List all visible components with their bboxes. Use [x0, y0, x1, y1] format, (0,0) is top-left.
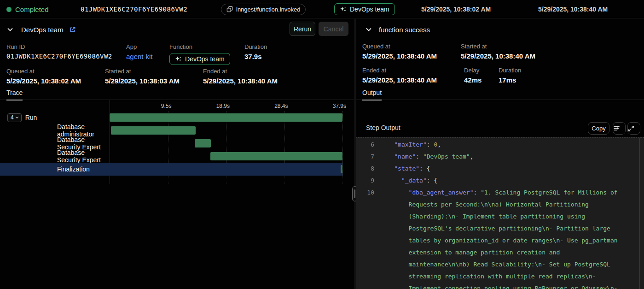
field-duration: Duration 37.9s [244, 43, 267, 60]
field-app: App agent-kit [126, 43, 153, 60]
span-bar[interactable] [341, 165, 342, 173]
expand-output-button[interactable] [627, 122, 640, 135]
axis-tick-label: 28.4s [261, 103, 288, 109]
axis-gridline [342, 111, 343, 184]
trace-row-chart [110, 111, 342, 124]
code-content: "maxIter": 0, [374, 139, 644, 151]
run-details-panel: DevOps team Rerun Cancel Run ID 01JWDK1X… [0, 19, 354, 289]
trace-row-chart [110, 137, 342, 150]
tab-output[interactable]: Output [362, 89, 382, 100]
code-content: "state": { [374, 163, 644, 175]
step-field-duration: Duration 17ms [499, 67, 521, 84]
trace-row-finalization[interactable]: Finalization [0, 163, 342, 176]
step-output-header: Step Output Copy [356, 119, 644, 137]
expand-count: 4 [11, 114, 14, 121]
top-bar: Completed 01JWDK1XE6C270F6YE69086VW2 inn… [0, 0, 644, 18]
trace-waterfall: 9.5s18.9s28.4s37.9s 4RunDatabase adminis… [0, 100, 354, 289]
trace-row-label: Database Security Expert [57, 149, 110, 164]
trace-row-label: Run [25, 114, 37, 121]
trace-row-chart [110, 124, 342, 137]
external-link-icon[interactable] [69, 26, 76, 33]
line-number: 6 [356, 139, 374, 151]
field-started-at: Started at 5/29/2025, 10:38:03 AM [105, 68, 180, 85]
trace-row-run[interactable]: 4Run [0, 111, 342, 124]
run-status: Completed [6, 0, 49, 18]
step-field-ended: Ended at 5/29/2025, 10:38:40 AM [362, 67, 437, 84]
trace-row-database-security-expert[interactable]: Database Security Expert [0, 137, 342, 150]
axis-tick-label: 9.5s [144, 103, 172, 109]
word-wrap-button[interactable] [613, 122, 626, 135]
step-field-started: Started at 5/29/2025, 10:38:40 AM [461, 43, 535, 60]
word-wrap-icon [613, 125, 625, 132]
span-bar[interactable] [111, 126, 196, 135]
span-bar[interactable] [210, 152, 342, 160]
rerun-button[interactable]: Rerun [290, 22, 315, 36]
trace-row-name: Finalization [0, 163, 110, 176]
span-bar[interactable] [110, 113, 342, 122]
line-number: 10 [356, 187, 374, 289]
event-badge[interactable]: inngest/function.invoked [221, 0, 306, 18]
field-run-id: Run ID 01JWDK1XE6C270F6YE69086VW2 [6, 43, 112, 60]
event-icon [226, 6, 233, 12]
step-field-queued: Queued at 5/29/2025, 10:38:40 AM [362, 43, 437, 60]
trace-row-name: Database Security Expert [0, 150, 110, 163]
trace-row-label: Finalization [57, 165, 90, 173]
line-number: 9 [356, 175, 374, 187]
cancel-button[interactable]: Cancel [319, 22, 348, 36]
event-badge-label: inngest/function.invoked [236, 6, 300, 13]
trace-row-name: Database administrator [0, 124, 110, 137]
code-content: "_data": { [374, 175, 644, 187]
code-line: 6"maxIter": 0, [356, 139, 644, 151]
function-badge-label: DevOps team [185, 55, 225, 63]
trace-row-name: 4Run [0, 111, 110, 124]
code-line: 9"_data": { [356, 175, 644, 187]
chevron-down-icon [15, 115, 19, 120]
top-function-badge[interactable]: DevOps team [334, 0, 395, 18]
sparkle-icon [175, 56, 182, 63]
code-scrollbar[interactable] [639, 138, 644, 289]
trace-row-chart [110, 150, 342, 163]
top-queued-time: 5/29/2025, 10:38:02 AM [421, 0, 491, 18]
line-number: 7 [356, 151, 374, 163]
status-label: Completed [15, 6, 49, 13]
copy-button[interactable]: Copy [588, 122, 609, 135]
expand-children-button[interactable]: 4 [7, 113, 22, 122]
status-dot-icon [6, 7, 12, 12]
expand-icon [628, 125, 640, 132]
field-queued-at: Queued at 5/29/2025, 10:38:02 AM [6, 68, 81, 85]
function-badge[interactable]: DevOps team [169, 53, 230, 65]
field-ended-at: Ended at 5/29/2025, 10:38:40 AM [203, 68, 278, 85]
trace-rows: 4RunDatabase administratorDatabase Secur… [0, 111, 342, 176]
field-function: Function DevOps team [169, 43, 230, 65]
sparkle-icon [340, 6, 347, 13]
code-content: "dba_agent_answer": "1. Scaling PostgreS… [374, 187, 644, 289]
step-output-code: 6"maxIter": 0,7"name": "DevOps team",8"s… [356, 137, 644, 289]
trace-row-chart [110, 163, 342, 176]
app-link[interactable]: agent-kit [126, 53, 153, 60]
step-details-panel: function success Queued at 5/29/2025, 10… [356, 19, 644, 289]
trace-row-name: Database Security Expert [0, 137, 110, 150]
run-title: DevOps team [21, 26, 64, 34]
collapse-step-chevron-icon[interactable] [365, 26, 372, 33]
span-bar[interactable] [195, 139, 210, 147]
tab-trace[interactable]: Trace [6, 89, 23, 100]
trace-time-axis: 9.5s18.9s28.4s37.9s [110, 103, 342, 110]
top-run-id: 01JWDK1XE6C270F6YE69086VW2 [81, 0, 187, 18]
step-output-title: Step Output [366, 124, 400, 131]
code-line: 10"dba_agent_answer": "1. Scaling Postgr… [356, 187, 644, 289]
code-line: 8"state": { [356, 163, 644, 175]
step-title: function success [379, 26, 430, 34]
trace-row-database-security-expert[interactable]: Database Security Expert [0, 150, 342, 163]
code-line: 7"name": "DevOps team", [356, 151, 644, 163]
line-number: 8 [356, 163, 374, 175]
trace-row-database-administrator[interactable]: Database administrator [0, 124, 342, 137]
axis-tick-label: 18.9s [202, 103, 230, 109]
collapse-run-chevron-icon[interactable] [6, 26, 14, 33]
code-content: "name": "DevOps team", [374, 151, 644, 163]
axis-tick-label: 37.9s [319, 103, 346, 109]
top-ended-time: 5/29/2025, 10:38:40 AM [538, 0, 608, 18]
top-function-badge-label: DevOps team [350, 6, 389, 13]
step-field-delay: Delay 42ms [464, 67, 482, 84]
